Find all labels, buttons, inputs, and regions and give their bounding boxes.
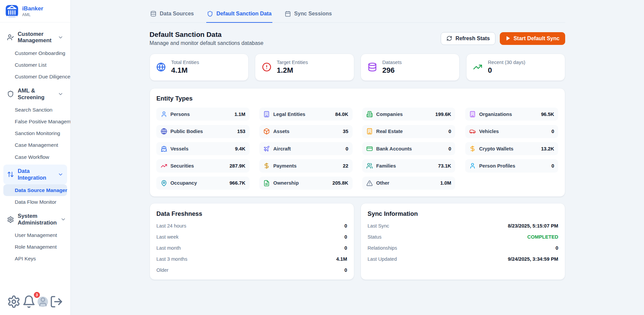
notifications-button[interactable]: 3 [21, 294, 37, 309]
entity-value: 966.7K [229, 180, 245, 186]
brand-subtitle: AML [22, 12, 43, 17]
settings-button[interactable] [6, 294, 21, 309]
sidebar-item-customer-due-diligence[interactable]: Customer Due Diligence [3, 71, 67, 82]
kv-row-last-month: Last month0 [156, 245, 347, 251]
tab-label: Data Sources [160, 11, 194, 17]
start-default-sync-button[interactable]: Start Default Sync [500, 32, 565, 45]
sidebar-section-customer-management[interactable]: Customer Management [3, 27, 67, 47]
entity-types-title: Entity Types [156, 95, 558, 102]
data-freshness-title: Data Freshness [156, 210, 347, 217]
entity-item-other: Other1.0M [362, 177, 455, 190]
kv-label: Older [156, 267, 168, 273]
logout-button[interactable] [49, 294, 64, 309]
entity-item-bank-accounts: Bank Accounts0 [362, 142, 455, 155]
profile-avatar-button[interactable] [37, 296, 49, 308]
kv-row-status: StatusCOMPLETED [368, 234, 558, 240]
database-icon [150, 11, 156, 17]
dollar-icon [263, 163, 270, 169]
kv-label: Last 24 hours [156, 223, 186, 229]
alert-circle-icon [262, 62, 271, 72]
stat-label: Total Entities [171, 60, 199, 65]
brand-text: iBanker AML [22, 5, 43, 17]
stats-row: Total Entities4.1MTarget Entities1.2MDat… [150, 54, 565, 81]
sidebar-section-system-administration[interactable]: System Administration [3, 209, 67, 229]
stat-value: 0 [488, 66, 525, 75]
sidebar-section-data-integration[interactable]: Data Integration [3, 165, 67, 184]
package-icon [263, 128, 270, 135]
sidebar-item-case-workflow[interactable]: Case Workflow [3, 151, 67, 163]
sidebar-section-label: AML & Screening [18, 87, 54, 101]
sidebar-item-false-positive-management[interactable]: False Positive Management [3, 116, 67, 128]
entity-value: 287.9K [229, 163, 245, 169]
start-default-sync-label: Start Default Sync [514, 36, 559, 42]
refresh-stats-button[interactable]: Refresh Stats [441, 32, 495, 45]
stat-card-target-entities: Target Entities1.2M [255, 54, 354, 81]
tab-data-sources[interactable]: Data Sources [150, 9, 195, 23]
sidebar-item-search-sanction[interactable]: Search Sanction [3, 104, 67, 116]
stat-card-datasets: Datasets296 [361, 54, 460, 81]
page-header: Default Sanction Data Manage and monitor… [150, 30, 565, 46]
sidebar-item-customer-list[interactable]: Customer List [3, 59, 67, 71]
tab-default-sanction-data[interactable]: Default Sanction Data [206, 9, 272, 23]
entity-value: 84.0K [335, 112, 348, 117]
entity-label: Payments [273, 163, 340, 169]
user-check-icon [7, 34, 14, 41]
entity-label: Aircraft [273, 146, 342, 151]
sidebar-item-case-management[interactable]: Case Management [3, 139, 67, 151]
entity-item-securities: Securities287.9K [156, 159, 249, 172]
sidebar-item-role-management[interactable]: Role Management [3, 241, 67, 253]
stat-card-text: Recent (30 days)0 [488, 60, 525, 74]
entity-value: 205.8K [332, 180, 348, 186]
stat-card-text: Total Entities4.1M [171, 60, 199, 74]
sidebar-item-data-source-manager[interactable]: Data Source Manager [3, 184, 67, 196]
chevron-down-icon [58, 91, 63, 97]
sidebar-item-sanction-monitoring[interactable]: Sanction Monitoring [3, 128, 67, 139]
sidebar-item-data-flow-monitor[interactable]: Data Flow Monitor [3, 196, 67, 208]
page-title: Default Sanction Data [150, 30, 264, 39]
sidebar-item-user-management[interactable]: User Management [3, 230, 67, 241]
content-container: Data SourcesDefault Sanction DataSync Se… [150, 0, 565, 290]
entity-label: Securities [170, 163, 226, 169]
stat-card-recent-30-days: Recent (30 days)0 [466, 54, 565, 81]
sync-information-rows: Last Sync8/23/2025, 5:15:07 PMStatusCOMP… [368, 223, 558, 262]
entity-item-person-profiles: Person Profiles0 [465, 159, 558, 172]
header-actions: Refresh Stats Start Default Sync [441, 32, 565, 45]
kv-label: Last month [156, 245, 181, 251]
kv-row-last-week: Last week0 [156, 234, 347, 240]
entity-item-vessels: Vessels9.4K [156, 142, 249, 155]
entity-types-grid: Persons1.1MLegal Entities84.0KCompanies1… [156, 108, 558, 190]
entity-item-legal-entities: Legal Entities84.0K [259, 108, 352, 121]
kv-value: COMPLETED [527, 234, 558, 240]
entity-item-organizations: Organizations96.5K [465, 108, 558, 121]
stat-label: Recent (30 days) [488, 60, 525, 65]
chevron-down-icon [58, 35, 63, 40]
kv-label: Last Updated [368, 256, 397, 262]
entity-item-companies: Companies199.6K [362, 108, 455, 121]
sidebar-section-label: Customer Management [18, 31, 54, 44]
entity-value: 96.5K [541, 112, 554, 117]
kv-label: Relationships [368, 245, 397, 251]
sidebar-section-aml-screening[interactable]: AML & Screening [3, 84, 67, 104]
building-icon [469, 111, 476, 118]
sidebar-item-api-keys[interactable]: API Keys [3, 253, 67, 265]
entity-item-aircraft: Aircraft0 [259, 142, 352, 155]
data-freshness-panel: Data Freshness Last 24 hours0Last week0L… [150, 203, 354, 280]
stat-card-text: Target Entities1.2M [277, 60, 308, 74]
dollar-icon [469, 145, 476, 152]
kv-value: 0 [344, 245, 347, 251]
page-subtitle: Manage and monitor default sanctions dat… [150, 40, 264, 46]
calendar-icon [285, 11, 291, 17]
entity-label: Ownership [273, 180, 329, 186]
entity-item-real-estate: Real Estate0 [362, 125, 455, 138]
tab-sync-sessions[interactable]: Sync Sessions [284, 9, 332, 23]
sidebar-footer: 3 [0, 290, 70, 315]
building-icon [366, 128, 373, 135]
kv-value: 9/24/2025, 3:34:59 PM [508, 256, 558, 262]
entity-value: 9.4K [235, 146, 246, 151]
entity-value: 0 [448, 146, 451, 151]
play-icon [505, 36, 511, 41]
kv-row-last-24-hours: Last 24 hours0 [156, 223, 347, 229]
entity-label: Person Profiles [479, 163, 548, 169]
entity-item-payments: Payments22 [259, 159, 352, 172]
sidebar-item-customer-onboarding[interactable]: Customer Onboarding [3, 47, 67, 59]
